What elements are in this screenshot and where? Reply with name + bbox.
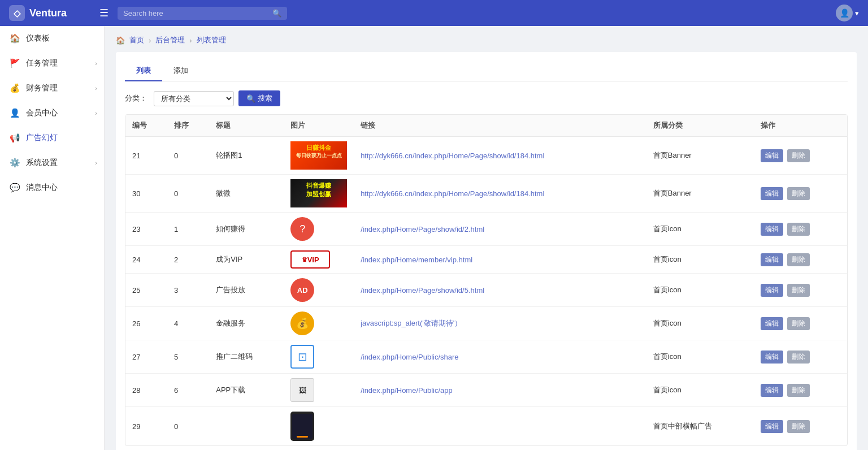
sidebar-item-dashboard[interactable]: 🏠 仪表板 — [0, 26, 104, 51]
table-row: 242成为VIP♛ VIP/index.php/Home/member/vip.… — [125, 246, 847, 274]
table-row: 264金融服务💰javascript:sp_alert('敬请期待'）首页ico… — [125, 307, 847, 340]
avatar: 👤 — [836, 5, 853, 21]
cell-id: 29 — [125, 407, 167, 446]
qr-icon: ⊡ — [290, 345, 314, 369]
cell-sort: 0 — [167, 175, 209, 213]
brand-name: Ventura — [29, 7, 67, 19]
delete-button[interactable]: 删除 — [787, 149, 810, 162]
content-area: 列表 添加 分类： 所有分类 首页Banner 首页icon 首页中部横幅广告 … — [116, 52, 857, 450]
cell-action: 编辑 删除 — [754, 175, 848, 213]
delete-button[interactable]: 删除 — [787, 351, 810, 364]
cell-link — [354, 407, 646, 446]
cell-link: javascript:sp_alert('敬请期待'） — [354, 307, 646, 340]
cell-action: 编辑 删除 — [754, 307, 848, 340]
search-input[interactable] — [123, 9, 270, 18]
sidebar-item-ad[interactable]: 📢 广告幻灯 — [0, 126, 104, 150]
hamburger-button[interactable]: ☰ — [99, 7, 108, 19]
icon-image: ? — [290, 217, 314, 241]
search-bar[interactable]: 🔍 — [118, 7, 287, 20]
chevron-icon: › — [95, 110, 97, 116]
edit-button[interactable]: 编辑 — [761, 223, 783, 236]
cell-category: 首页icon — [646, 307, 754, 340]
breadcrumb-link-home[interactable]: 首页 — [129, 35, 144, 45]
cell-sort: 1 — [167, 213, 209, 246]
sidebar-item-member[interactable]: 👤 会员中心 › — [0, 101, 104, 126]
edit-button[interactable]: 编辑 — [761, 149, 783, 162]
cell-title: 广告投放 — [209, 274, 284, 307]
edit-button[interactable]: 编辑 — [761, 253, 783, 266]
sidebar-item-task[interactable]: 🚩 任务管理 › — [0, 51, 104, 76]
banner-image: 日赚抖金每日收获乃止一点点 — [290, 141, 347, 170]
chevron-icon: › — [95, 159, 97, 166]
delete-button[interactable]: 删除 — [787, 420, 810, 433]
cell-link: http://dyk666.cn/index.php/Home/Page/sho… — [354, 137, 646, 175]
edit-button[interactable]: 编辑 — [761, 351, 783, 364]
banner-image: 抖音爆赚加盟创赢 — [290, 179, 347, 207]
col-id: 编号 — [125, 115, 167, 137]
cell-action: 编辑 删除 — [754, 246, 848, 274]
delete-button[interactable]: 删除 — [787, 253, 810, 266]
cell-id: 26 — [125, 307, 167, 340]
cell-image: 💰 — [284, 307, 354, 340]
sidebar-item-settings[interactable]: ⚙️ 系统设置 › — [0, 150, 104, 175]
cell-title — [209, 407, 284, 446]
cell-action: 编辑 删除 — [754, 340, 848, 374]
cell-action: 编辑 删除 — [754, 137, 848, 175]
cell-image: 🖼 — [284, 374, 354, 407]
delete-button[interactable]: 删除 — [787, 384, 810, 397]
breadcrumb-link-list[interactable]: 列表管理 — [197, 35, 226, 45]
cell-sort: 6 — [167, 374, 209, 407]
tab-add[interactable]: 添加 — [162, 61, 199, 81]
ad-icon: AD — [290, 278, 314, 302]
vip-icon: ♛ VIP — [290, 250, 330, 269]
data-table: 编号 排序 标题 图片 链接 所属分类 操作 210轮播图1日赚抖金每日收获乃止… — [125, 114, 848, 446]
cell-id: 25 — [125, 274, 167, 307]
delete-button[interactable]: 删除 — [787, 187, 810, 200]
cell-title: 推广二维码 — [209, 340, 284, 374]
edit-button[interactable]: 编辑 — [761, 187, 783, 200]
top-nav: ◇ Ventura ☰ 🔍 👤 ▾ — [0, 0, 868, 26]
table-row: 253广告投放AD/index.php/Home/Page/show/id/5.… — [125, 274, 847, 307]
col-title: 标题 — [209, 115, 284, 137]
cell-image: 日赚抖金每日收获乃止一点点 — [284, 137, 354, 175]
delete-button[interactable]: 删除 — [787, 284, 810, 297]
cell-id: 28 — [125, 374, 167, 407]
user-menu[interactable]: 👤 ▾ — [836, 5, 859, 21]
edit-button[interactable]: 编辑 — [761, 384, 783, 397]
nav-logo: ◇ Ventura — [9, 5, 88, 21]
breadcrumb-link-admin[interactable]: 后台管理 — [155, 35, 185, 45]
tab-list[interactable]: 列表 — [125, 61, 162, 81]
delete-button[interactable]: 删除 — [787, 223, 810, 236]
edit-button[interactable]: 编辑 — [761, 420, 783, 433]
table-body: 210轮播图1日赚抖金每日收获乃止一点点http://dyk666.cn/ind… — [125, 137, 847, 446]
cell-image — [284, 407, 354, 446]
sidebar-item-label: 仪表板 — [26, 33, 50, 44]
cell-id: 23 — [125, 213, 167, 246]
cell-category: 首页icon — [646, 374, 754, 407]
cell-image: ♛ VIP — [284, 246, 354, 274]
delete-button[interactable]: 删除 — [787, 317, 810, 330]
cell-category: 首页中部横幅广告 — [646, 407, 754, 446]
table-row: 275推广二维码⊡/index.php/Home/Public/share首页i… — [125, 340, 847, 374]
col-action: 操作 — [754, 115, 848, 137]
finance-icon: 💰 — [9, 83, 20, 94]
category-select[interactable]: 所有分类 首页Banner 首页icon 首页中部横幅广告 — [154, 91, 234, 106]
ad-icon: 📢 — [9, 132, 20, 144]
cell-image: ⊡ — [284, 340, 354, 374]
sidebar-item-label: 系统设置 — [26, 158, 58, 168]
edit-button[interactable]: 编辑 — [761, 317, 783, 330]
sidebar-item-messages[interactable]: 💬 消息中心 — [0, 175, 104, 200]
cell-id: 21 — [125, 137, 167, 175]
sidebar-item-label: 消息中心 — [26, 183, 58, 193]
sidebar-item-label: 财务管理 — [26, 83, 58, 93]
cell-action: 编辑 删除 — [754, 213, 848, 246]
cell-image: ? — [284, 213, 354, 246]
task-icon: 🚩 — [9, 58, 20, 69]
cell-title: 微微 — [209, 175, 284, 213]
cell-link: /index.php/Home/Public/app — [354, 374, 646, 407]
sidebar-item-finance[interactable]: 💰 财务管理 › — [0, 76, 104, 101]
edit-button[interactable]: 编辑 — [761, 284, 783, 297]
search-button[interactable]: 🔍 搜索 — [238, 90, 280, 106]
chevron-icon: › — [95, 60, 97, 67]
user-chevron: ▾ — [855, 9, 859, 18]
